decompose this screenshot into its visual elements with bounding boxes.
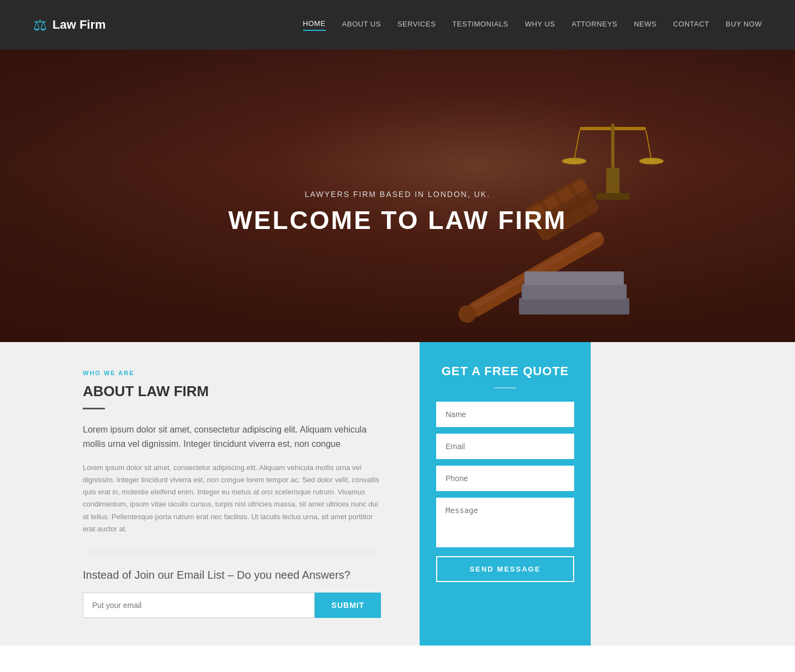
svg-point-5	[639, 158, 664, 164]
nav-testimonials[interactable]: TESTIMONIALS	[452, 20, 508, 30]
site-header: ⚖ Law Firm HOME ABOUT US SERVICES TESTIM…	[0, 0, 795, 50]
quote-name-input[interactable]	[436, 402, 574, 427]
nav-whyus[interactable]: WHY US	[525, 20, 555, 30]
svg-rect-7	[596, 193, 629, 200]
email-row: SUBMIT	[83, 593, 381, 618]
svg-line-2	[574, 130, 580, 160]
about-title: ABOUT LAW FIRM	[83, 383, 381, 400]
svg-point-4	[562, 158, 586, 164]
main-nav: HOME ABOUT US SERVICES TESTIMONIALS WHY …	[303, 19, 762, 31]
quote-form: SEND MESSAGE	[436, 402, 574, 582]
main-content: WHO WE ARE ABOUT LAW FIRM Lorem ipsum do…	[0, 342, 795, 646]
nav-buynow[interactable]: BUY NOW	[726, 20, 762, 30]
section-divider	[83, 552, 381, 552]
hero-title: WELCOME TO LAW FIRM	[228, 205, 566, 235]
quote-divider	[494, 387, 516, 388]
title-divider	[83, 408, 105, 409]
logo-icon: ⚖	[33, 16, 47, 34]
svg-rect-18	[522, 284, 627, 300]
quote-title: GET A FREE QUOTE	[436, 364, 574, 378]
svg-line-3	[646, 130, 651, 160]
who-we-are-label: WHO WE ARE	[83, 370, 381, 376]
about-intro: Lorem ipsum dolor sit amet, consectetur …	[83, 423, 381, 451]
nav-attorneys[interactable]: ATTORNEYS	[571, 20, 617, 30]
quote-panel: GET A FREE QUOTE SEND MESSAGE	[420, 342, 591, 646]
nav-services[interactable]: SERVICES	[398, 20, 436, 30]
nav-about[interactable]: ABOUT US	[342, 20, 381, 30]
logo-text: Law Firm	[52, 18, 106, 32]
hero-subtitle: LAWYERS FIRM BASED IN LONDON, UK.	[228, 190, 566, 199]
nav-contact[interactable]: CONTACT	[673, 20, 709, 30]
hero-content: LAWYERS FIRM BASED IN LONDON, UK. WELCOM…	[228, 190, 566, 235]
svg-rect-19	[524, 271, 624, 285]
quote-email-input[interactable]	[436, 434, 574, 459]
nav-home[interactable]: HOME	[303, 19, 326, 31]
quote-phone-input[interactable]	[436, 466, 574, 491]
svg-rect-6	[606, 168, 619, 195]
svg-rect-1	[611, 124, 614, 168]
submit-button[interactable]: SUBMIT	[315, 593, 381, 618]
logo[interactable]: ⚖ Law Firm	[33, 16, 106, 34]
nav-news[interactable]: NEWS	[634, 20, 656, 30]
about-body: Lorem ipsum dolor sit amet, consectetur …	[83, 462, 381, 535]
email-section-title: Instead of Join our Email List – Do you …	[83, 569, 381, 582]
send-message-button[interactable]: SEND MESSAGE	[436, 556, 574, 582]
hero-section: LAWYERS FIRM BASED IN LONDON, UK. WELCOM…	[0, 50, 795, 342]
svg-rect-17	[519, 298, 629, 314]
quote-message-input[interactable]	[436, 498, 574, 547]
email-input[interactable]	[83, 593, 315, 618]
about-panel: WHO WE ARE ABOUT LAW FIRM Lorem ipsum do…	[0, 342, 420, 646]
